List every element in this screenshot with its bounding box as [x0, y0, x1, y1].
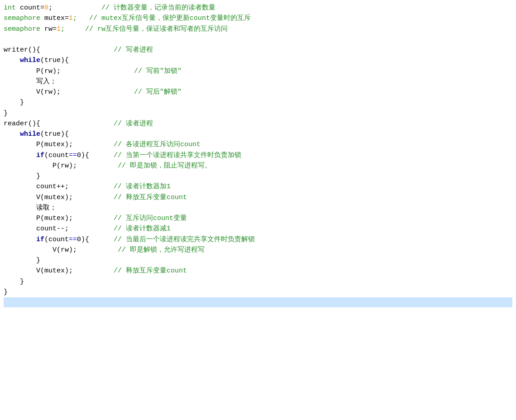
- code-token: // 读者计数器加1: [69, 181, 171, 192]
- code-line: semaphore mutex=1; // mutex互斥信号量，保护更新cou…: [4, 13, 512, 24]
- code-token: // 各读进程互斥访问count: [73, 139, 201, 150]
- code-line: V(rw); // 写后"解锁": [4, 87, 512, 97]
- code-line: P(mutex); // 各读进程互斥访问count: [4, 139, 512, 150]
- code-line: if(count==0){ // 当最后一个读进程读完共享文件时负责解锁: [4, 234, 512, 245]
- code-token: ==: [69, 234, 77, 245]
- code-line: count++; // 读者计数器加1: [4, 181, 512, 192]
- code-token: reader(){: [4, 119, 40, 129]
- code-token: 0: [44, 3, 48, 13]
- code-token: rw=: [40, 24, 57, 34]
- code-line: while(true){: [4, 129, 512, 139]
- code-token: (count: [44, 234, 69, 245]
- code-token: // 当第一个读进程读共享文件时负责加锁: [89, 150, 241, 161]
- code-token: while: [20, 55, 40, 66]
- code-token: V(rw);: [4, 245, 77, 255]
- code-line: V(mutex); // 释放互斥变量count: [4, 192, 512, 203]
- code-token: // 写者进程: [40, 45, 153, 55]
- code-token: }: [4, 97, 24, 108]
- code-token: count++;: [4, 181, 69, 192]
- code-line: count--; // 读者计数器减1: [4, 224, 512, 234]
- code-token: 写入；: [4, 76, 57, 87]
- code-token: if: [36, 150, 44, 161]
- code-container: int count=0; // 计数器变量，记录当前的读者数量semaphore…: [0, 0, 516, 420]
- code-token: (count: [44, 150, 69, 161]
- code-token: 0){: [77, 234, 89, 245]
- code-token: semaphore: [4, 13, 40, 24]
- code-line: [4, 34, 512, 45]
- code-token: int: [4, 3, 16, 13]
- code-token: // 即是加锁，阻止写进程写。: [77, 161, 211, 171]
- code-token: semaphore: [4, 24, 40, 34]
- code-token: [4, 129, 20, 139]
- code-line: writer(){ // 写者进程: [4, 45, 512, 55]
- code-token: // 写后"解锁": [61, 87, 182, 97]
- code-token: V(mutex);: [4, 192, 73, 203]
- code-line: }: [4, 108, 512, 119]
- code-token: (true){: [40, 129, 69, 139]
- code-token: ; // mutex互斥信号量，保护更新count变量时的互斥: [73, 13, 251, 24]
- code-token: 1: [69, 13, 73, 24]
- code-line: P(rw); // 即是加锁，阻止写进程写。: [4, 161, 512, 171]
- code-token: (true){: [40, 55, 69, 66]
- code-token: writer(){: [4, 45, 40, 55]
- code-line: reader(){ // 读者进程: [4, 119, 512, 129]
- code-line: if(count==0){ // 当第一个读进程读共享文件时负责加锁: [4, 150, 512, 161]
- cursor-line: [4, 297, 512, 307]
- code-token: // 读者进程: [40, 119, 153, 129]
- code-line: }: [4, 287, 512, 297]
- code-token: }: [4, 255, 40, 266]
- code-token: ==: [69, 150, 77, 161]
- code-token: [4, 55, 20, 66]
- code-token: // 释放互斥变量count: [73, 266, 187, 276]
- code-line: 读取；: [4, 203, 512, 213]
- code-token: V(mutex);: [4, 266, 73, 276]
- code-line: }: [4, 255, 512, 266]
- code-line: P(rw); // 写前"加锁": [4, 66, 512, 76]
- code-token: 1: [57, 24, 61, 34]
- code-token: 读取；: [4, 203, 57, 213]
- code-token: while: [20, 129, 40, 139]
- code-token: count--;: [4, 224, 69, 234]
- code-token: 0){: [77, 150, 89, 161]
- code-token: // 释放互斥变量count: [73, 192, 187, 203]
- code-token: // 写前"加锁": [61, 66, 182, 76]
- code-token: // 当最后一个读进程读完共享文件时负责解锁: [89, 234, 255, 245]
- code-token: }: [4, 277, 24, 287]
- code-token: if: [36, 234, 44, 245]
- code-line: 写入；: [4, 76, 512, 87]
- code-token: [4, 234, 36, 245]
- code-token: P(mutex);: [4, 213, 73, 224]
- code-token: ;: [48, 3, 53, 13]
- code-token: P(rw);: [4, 66, 61, 76]
- code-token: // 即是解锁，允许写进程写: [77, 245, 205, 255]
- code-token: }: [4, 108, 8, 119]
- code-token: // 读者计数器减1: [69, 224, 171, 234]
- code-token: // 互斥访问count变量: [73, 213, 187, 224]
- code-token: V(rw);: [4, 87, 61, 97]
- code-token: P(mutex);: [4, 139, 73, 150]
- code-line: V(rw); // 即是解锁，允许写进程写: [4, 245, 512, 255]
- code-line: P(mutex); // 互斥访问count变量: [4, 213, 512, 224]
- code-line: int count=0; // 计数器变量，记录当前的读者数量: [4, 3, 512, 13]
- code-line: while(true){: [4, 55, 512, 66]
- code-line: V(mutex); // 释放互斥变量count: [4, 266, 512, 276]
- code-token: }: [4, 171, 40, 181]
- code-token: ; // rw互斥信号量，保证读者和写者的互斥访问: [61, 24, 228, 34]
- code-token: // 计数器变量，记录当前的读者数量: [53, 3, 215, 13]
- code-line: }: [4, 97, 512, 108]
- code-token: mutex=: [40, 13, 69, 24]
- code-line: }: [4, 277, 512, 287]
- code-token: P(rw);: [4, 161, 77, 171]
- code-token: [4, 150, 36, 161]
- code-line: semaphore rw=1; // rw互斥信号量，保证读者和写者的互斥访问: [4, 24, 512, 34]
- code-token: }: [4, 287, 8, 297]
- code-line: }: [4, 171, 512, 181]
- code-token: count=: [16, 3, 44, 13]
